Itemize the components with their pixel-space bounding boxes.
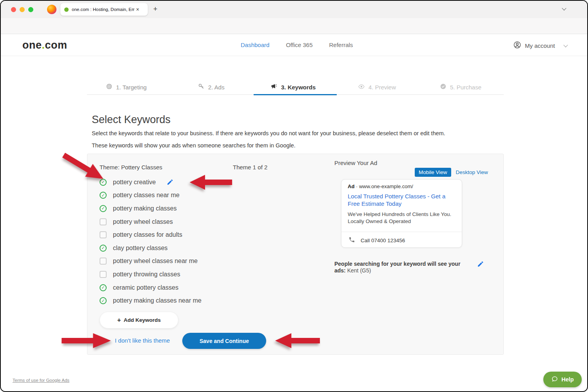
keyword-checkbox[interactable] [100,258,107,265]
new-tab-button[interactable] [153,5,158,13]
my-account-menu[interactable]: My account [513,41,567,51]
list-tabs-chevron-icon[interactable] [562,6,566,10]
nav-office365[interactable]: Office 365 [286,42,312,48]
keyword-label: pottery wheel classes near me [113,258,198,265]
keyword-row: pottery wheel classes [100,215,201,229]
onecom-logo[interactable]: one.com [22,39,67,51]
add-keywords-button[interactable]: Add Keywords [100,312,178,328]
terms-link[interactable]: Terms of use for Google Ads [13,378,69,383]
keyword-label: pottery classes near me [113,192,180,199]
tab-close-icon[interactable] [136,7,139,12]
step-ads[interactable]: 2. Ads [198,83,225,91]
tab-title: one.com : Hosting, Domain, Ema [72,7,134,12]
user-avatar-icon [513,41,521,51]
mobile-view-tab[interactable]: Mobile View [415,168,451,177]
keyword-label: pottery throwing classes [113,271,180,278]
my-account-label: My account [525,42,555,49]
plus-icon [117,317,121,324]
keyword-checkbox[interactable] [100,231,107,238]
dislike-theme-link[interactable]: I don't like this theme [115,337,170,344]
ad-call-text: Call 07400 123456 [361,238,405,243]
ad-call-row: Call 07400 123456 [348,236,405,245]
location-note: People searching for your keyword will s… [334,261,468,274]
keyword-row: pottery wheel classes near me [100,255,201,268]
keyword-checkbox[interactable] [100,192,107,199]
edit-keyword-pencil-icon[interactable] [167,179,173,185]
ad-badge: Ad [348,183,354,189]
keyword-checkbox[interactable] [100,284,107,291]
ad-separator: · [356,183,358,189]
eye-icon [358,83,365,91]
phone-icon [348,236,355,245]
keyword-label: pottery creative [113,179,156,186]
keyword-checkbox[interactable] [100,297,107,304]
browser-tabstrip: one.com : Hosting, Domain, Ema [1,1,587,18]
target-icon [106,83,113,91]
step-keywords[interactable]: 3. Keywords [270,83,316,91]
keyword-label: pottery wheel classes [113,218,173,225]
firefox-icon[interactable] [47,5,56,14]
page-title: Select Keywords [92,114,171,126]
megaphone-icon [270,83,278,91]
page-description-line2: These keywords will show your ads when s… [92,142,296,149]
key-icon [198,83,205,91]
keyword-row: pottery classes near me [100,189,201,202]
ad-headline: Local Trusted Pottery Classes - Get a Fr… [348,192,457,207]
keyword-row: pottery creative [100,176,201,189]
keyword-checkbox[interactable] [100,218,107,225]
site-favicon-icon [64,7,69,12]
site-nav: Dashboard Office 365 Referrals [241,42,353,48]
keyword-label: pottery making classes near me [113,297,201,304]
edit-location-pencil-icon[interactable] [477,261,484,269]
step-purchase[interactable]: 5. Purchase [440,83,481,91]
help-button[interactable]: Help [543,372,582,387]
keyword-row: pottery making classes near me [100,294,201,307]
step-preview[interactable]: 4. Preview [358,83,396,91]
keyword-row: pottery making classes [100,202,201,215]
keyword-checkbox[interactable] [100,245,107,252]
keyword-list: pottery creative pottery classes near me… [100,176,201,307]
minimize-window-button[interactable] [20,7,25,12]
ad-preview-card: Ad · www.one-example.com/ Local Trusted … [341,179,462,248]
theme-counter: Theme 1 of 2 [233,164,267,171]
keyword-row: clay pottery classes [100,241,201,255]
active-step-underline [254,94,337,95]
site-header: one.com Dashboard Office 365 Referrals M… [1,34,587,56]
ad-card-divider [341,232,462,232]
preview-view-tabs: Mobile View Desktop View [415,168,488,177]
close-window-button[interactable] [11,7,16,12]
nav-dashboard[interactable]: Dashboard [241,42,269,48]
browser-toolbar: https://www.one.com/admin/google-adwords… [1,18,587,34]
keyword-row: ceramic pottery classes [100,281,201,294]
fullscreen-window-button[interactable] [28,7,33,12]
browser-tab[interactable]: one.com : Hosting, Domain, Ema [60,3,148,16]
keyword-row: pottery classes for adults [100,228,201,241]
location-value: Kent (G5) [347,267,371,274]
browser-window: one.com : Hosting, Domain, Ema https://w… [0,0,588,392]
wizard-steps: 1. Targeting 2. Ads 3. Keywords 4. Previ… [87,81,504,95]
desktop-view-tab[interactable]: Desktop View [456,169,488,175]
keyword-label: pottery classes for adults [113,231,182,238]
annotation-arrow [189,174,233,191]
account-chevron-icon [563,43,568,47]
theme-label: Theme: Pottery Classes [100,164,162,171]
nav-referrals[interactable]: Referrals [329,42,353,48]
keyword-label: pottery making classes [113,205,177,212]
check-circle-icon [440,83,446,91]
keyword-label: clay pottery classes [113,245,168,252]
page-description-line1: Select the keywords that relate to your … [92,130,445,136]
ad-display-url: www.one-example.com/ [359,183,413,189]
preview-title: Preview Your Ad [334,160,377,166]
keyword-label: ceramic pottery classes [113,284,178,291]
save-and-continue-button[interactable]: Save and Continue [182,333,266,349]
annotation-arrow [61,332,112,349]
keyword-row: pottery throwing classes [100,268,201,281]
keyword-checkbox[interactable] [100,205,107,212]
ad-description: We've Helped Hundreds of Clients Like Yo… [348,211,457,225]
chat-bubble-icon [551,376,558,384]
keyword-checkbox[interactable] [100,271,107,278]
step-targeting[interactable]: 1. Targeting [106,83,147,91]
ad-display-url-line: Ad · www.one-example.com/ [348,183,413,189]
annotation-arrow [274,332,321,349]
